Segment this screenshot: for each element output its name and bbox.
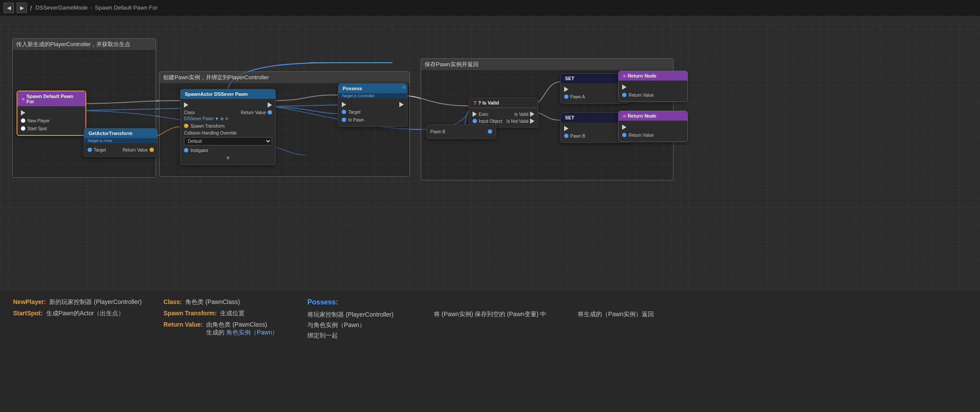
annotation-col-1: NewPlayer: 新的玩家控制器 (PlayerController) St… [13, 298, 142, 317]
get-actor-transform-node[interactable]: GetActorTransform Target is Actor Target… [84, 128, 158, 157]
spawn-node-header: ■ Spawn Default Pawn For [17, 91, 85, 106]
set-a-pawn-dot [564, 95, 568, 99]
return-1-header: ■ Return Node [619, 71, 687, 81]
breadcrumb-sep: › [90, 4, 92, 11]
set-b-pawn-dot [564, 134, 568, 138]
return-2-value-pin[interactable]: Return Value [619, 131, 687, 139]
is-valid-exec-in[interactable] [473, 111, 477, 117]
return-1-value-dot [622, 93, 626, 97]
possess-target-pin[interactable]: Target [338, 108, 407, 116]
spawn-actor-exec-in[interactable] [184, 102, 188, 108]
possess-icon: ⊕ [402, 84, 405, 89]
pawn-b-out-pin[interactable] [488, 129, 492, 134]
return-2-exec-dot [622, 125, 626, 130]
return-2-header: ■ Return Node [619, 111, 687, 121]
is-valid-input-pin[interactable] [473, 119, 477, 123]
forward-button[interactable]: ▶ [17, 3, 27, 13]
spawn-actor-exec-out[interactable] [268, 102, 272, 108]
spawn-start-spot-pin[interactable]: Start Spot [17, 125, 85, 132]
back-button[interactable]: ◀ [3, 3, 14, 13]
possess-exec-out[interactable] [399, 102, 404, 107]
collision-dropdown[interactable]: Default Always Spawn Adjust if Possible … [184, 137, 272, 145]
comment-right-title: 保存Pawn实例并返回 [421, 59, 673, 70]
breadcrumb-1: DSSeverGameMode [35, 4, 88, 11]
possess-target-dot [342, 110, 346, 114]
set-b-exec-in[interactable] [564, 126, 568, 131]
return-2-value-dot [622, 133, 626, 137]
return-1-value-pin[interactable]: Return Value [619, 91, 687, 99]
spawn-transform-pin-dot [184, 124, 188, 128]
return-2-body: Return Value [619, 121, 687, 142]
possess-node[interactable]: Possess Target is Controller Target In P… [338, 83, 408, 127]
breadcrumb-2: Spawn Default Pawn For [95, 4, 158, 11]
annotation-col-2: Class: 角色类 (PawnClass) Spawn Transform: … [163, 298, 286, 338]
return-node-2[interactable]: ■ Return Node Return Value [618, 111, 688, 142]
spawn-actor-body: Class Return Value DSSever Pawn ▼ ⊕ ✕ Sp… [180, 99, 276, 165]
top-bar: ◀ ▶ ƒ DSSeverGameMode › Spawn Default Pa… [0, 0, 980, 16]
return-node-1[interactable]: ■ Return Node Return Value [618, 71, 688, 102]
annotation-col-4: 将 (Pawn实例) 保存到空的 (Pawn变量) 中 [434, 298, 556, 318]
spawn-actor-class-pin[interactable]: Class Return Value [180, 108, 276, 116]
return-1-exec-pin[interactable] [619, 83, 687, 91]
annotation-area: NewPlayer: 新的玩家控制器 (PlayerController) St… [0, 290, 980, 412]
pawn-b-variable-node[interactable]: Pawn B [426, 125, 496, 139]
spawn-exec-pin[interactable] [17, 109, 85, 117]
return-1-exec-dot [622, 84, 626, 90]
possess-inpawn-pin[interactable]: In Pawn [338, 116, 407, 124]
spawn-node-body: New Player Start Spot [17, 106, 85, 135]
annotation-startspot: StartSpot: 生成Pawn的Actor（出生点） [13, 310, 142, 317]
get-actor-subtitle: Target is Actor [84, 138, 157, 143]
annotation-spawn-transform: Spawn Transform: 生成位置 [163, 310, 286, 317]
set-a-exec-in[interactable] [564, 87, 568, 92]
start-spot-pin-dot [21, 126, 25, 131]
get-actor-return-pin [150, 148, 154, 152]
possess-inpawn-dot [342, 118, 346, 122]
blueprint-canvas[interactable]: 传入新生成的PlayerController，并获取出生点 创建Pawn实例，并… [0, 16, 980, 412]
possess-body: Target In Pawn [338, 98, 407, 126]
possess-header: Possess [338, 84, 407, 93]
spawn-actor-node[interactable]: SpawnActor DSSever Pawn Class Return Val… [180, 89, 276, 165]
annotation-class: Class: 角色类 (PawnClass) [163, 298, 286, 306]
is-valid-notvalid-out[interactable] [530, 118, 534, 124]
new-player-pin-dot [21, 118, 25, 123]
get-actor-body: Target Return Value [84, 143, 157, 156]
instigator-pin[interactable]: Instigator [180, 146, 276, 154]
spawn-new-player-pin[interactable]: New Player [17, 117, 85, 125]
is-valid-node[interactable]: ? ? Is Valid Exec Is Valid Input Object [469, 98, 538, 128]
comment-middle-title: 创建Pawn实例，并绑定到PlayerController [160, 72, 409, 83]
spawn-default-pawn-node[interactable]: ■ Spawn Default Pawn For New Player Star… [17, 91, 86, 136]
is-valid-header: ? ? Is Valid [469, 98, 538, 108]
get-actor-pins[interactable]: Target Return Value [84, 146, 157, 154]
spawn-transform-pin[interactable]: Spawn Transform [180, 122, 276, 130]
function-icon: ƒ [30, 4, 33, 11]
spawn-node-icon: ■ [22, 96, 25, 101]
get-actor-target-pin [88, 148, 92, 152]
pawn-b-body: Pawn B [427, 125, 496, 138]
collision-label: Collision Handling Override [180, 130, 276, 136]
annotation-return-value-label: Return Value: 由角色类 (PawnClass) 生成的 角色实例（… [163, 321, 286, 337]
annotation-newplayer: NewPlayer: 新的玩家控制器 (PlayerController) [13, 298, 142, 306]
expand-arrow[interactable]: ▼ [180, 154, 276, 162]
spawn-actor-header: SpawnActor DSSever Pawn [180, 89, 276, 99]
annotation-col-5: 将生成的（Pawn实例）返回 [578, 298, 665, 318]
possess-subtitle: Target is Controller [338, 93, 407, 98]
get-actor-transform-header: GetActorTransform [84, 128, 157, 138]
spawn-actor-class-value: DSSever Pawn ▼ ⊕ ✕ [180, 116, 276, 122]
return-2-exec-pin[interactable] [619, 123, 687, 131]
possess-exec-in[interactable] [342, 102, 346, 107]
exec-in-pin [21, 110, 25, 115]
spawn-actor-return-pin [268, 110, 272, 115]
comment-left-title: 传入新生成的PlayerController，并获取出生点 [13, 39, 156, 50]
annotation-col-3: Possess: 将玩家控制器 (PlayerController) 与角色实例… [307, 298, 412, 341]
return-1-body: Return Value [619, 81, 687, 101]
is-valid-valid-out[interactable] [530, 111, 534, 117]
instigator-pin-dot [184, 148, 188, 152]
